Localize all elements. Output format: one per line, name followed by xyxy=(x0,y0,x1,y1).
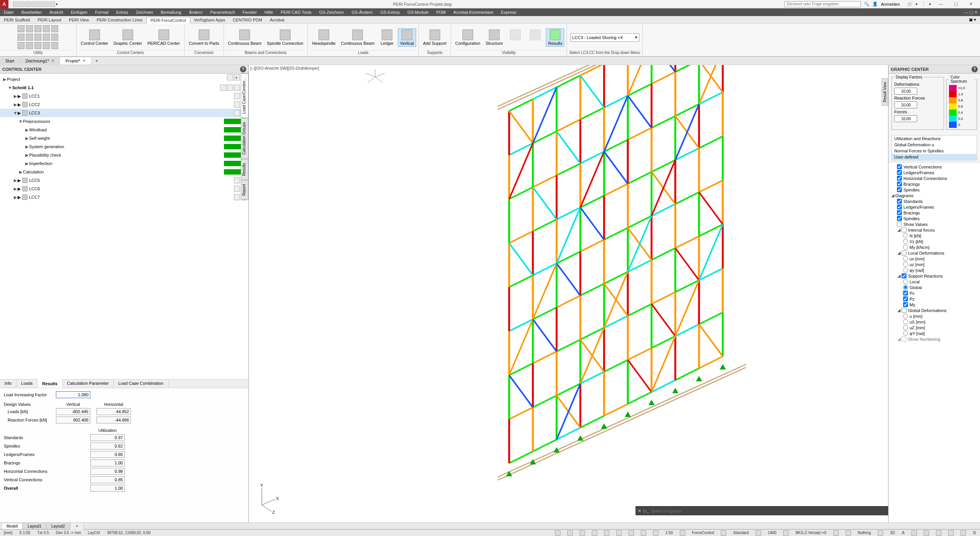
menu-bemassung[interactable]: Bemaßung xyxy=(157,10,185,15)
tree-action-icon[interactable] xyxy=(234,177,240,183)
util-icon[interactable] xyxy=(18,34,24,41)
expand-icon[interactable]: ◢ xyxy=(897,337,901,342)
result-view-side-tab[interactable]: Result View xyxy=(882,78,888,106)
deformations-input[interactable] xyxy=(894,88,917,95)
status-icon[interactable] xyxy=(653,530,658,536)
result-item-utilization[interactable]: Utilization and Reactions xyxy=(892,136,977,142)
status-icon[interactable] xyxy=(936,530,941,536)
opt-my[interactable]: My xyxy=(889,302,980,307)
status-menu-icon[interactable]: ☰ xyxy=(971,531,978,535)
result-item-user-defined[interactable]: User-defined xyxy=(892,154,977,160)
checkbox[interactable] xyxy=(897,204,902,209)
opt-global[interactable]: Global xyxy=(889,284,980,290)
util-icon[interactable] xyxy=(34,34,41,41)
annotation-icon[interactable]: A xyxy=(900,531,906,535)
util-icon[interactable] xyxy=(18,25,24,32)
filter-icon[interactable] xyxy=(846,530,851,536)
opt-u-mm[interactable]: u [mm] xyxy=(889,313,980,319)
status-bks[interactable]: BKS-Z-Versatz:+0 xyxy=(794,531,828,535)
new-doc-tab-icon[interactable]: ＋ xyxy=(91,58,102,64)
opt-phiY-rad[interactable]: φY [rad] xyxy=(889,330,980,336)
doc-tab-zeichnung1[interactable]: Zeichnung1*✕ xyxy=(20,57,60,64)
status-icon[interactable] xyxy=(756,530,761,536)
expand-icon[interactable]: ▶ xyxy=(24,136,29,141)
tab-peri-forcecontrol[interactable]: PERI ForceControl xyxy=(146,17,190,24)
tree-schnitt[interactable]: ▼Schnitt 1-1 xyxy=(0,83,248,92)
checkbox[interactable] xyxy=(897,187,902,192)
close-button[interactable]: ✕ xyxy=(964,2,978,7)
gear-icon[interactable] xyxy=(680,530,685,536)
results-button[interactable]: Results xyxy=(546,28,564,47)
tree-project[interactable]: ▶Project xyxy=(0,75,248,83)
util-icon[interactable] xyxy=(34,25,41,32)
opt-my-kncm[interactable]: My [kNcm] xyxy=(889,244,980,250)
opt-ledgers-frames2[interactable]: Ledgers/Frames xyxy=(889,204,980,210)
opt-support-reactions[interactable]: ◢Support Reactions xyxy=(889,273,980,279)
opt-standards[interactable]: Standards xyxy=(889,198,980,204)
status-icon[interactable] xyxy=(948,530,954,536)
graphic-center-button[interactable]: Graphic Center xyxy=(112,28,144,47)
status-icon[interactable] xyxy=(629,530,634,536)
tab-verfuegbare-apps[interactable]: Verfügbare Apps xyxy=(190,17,229,23)
menu-parametrisch[interactable]: Parametrisch xyxy=(206,10,239,15)
minimize-button[interactable]: — xyxy=(934,2,948,6)
util-icon[interactable] xyxy=(26,42,33,49)
expand-icon[interactable]: ▶ xyxy=(24,153,29,158)
mtab-modell[interactable]: Modell xyxy=(2,523,23,529)
btab-calc-param[interactable]: Calculation Parameter xyxy=(62,379,114,388)
opt-vz-kn[interactable]: Vz [kN] xyxy=(889,239,980,244)
opt-spindles2[interactable]: Spindles xyxy=(889,216,980,221)
menu-acrobat-kommentare[interactable]: Acrobat-Kommentare xyxy=(449,10,497,15)
tree-action-icon[interactable] xyxy=(234,93,240,99)
menu-gs-extras[interactable]: GS-Extras xyxy=(376,10,403,15)
tree-sysgen[interactable]: ▶System generation xyxy=(0,142,248,151)
tree-calculation[interactable]: ▶Calculation xyxy=(0,168,248,176)
cmd-close-icon[interactable]: ✕ xyxy=(638,508,641,513)
collapse-icon[interactable]: ◢ xyxy=(897,250,901,255)
expand-icon[interactable]: ▶ xyxy=(13,178,18,183)
tree-preprocessors[interactable]: ▼Preprocessors xyxy=(0,117,248,126)
status-forcecontrol[interactable]: ForceControl xyxy=(691,531,716,535)
collapse-icon[interactable]: ◢ xyxy=(897,227,901,232)
tree-action-icon[interactable] xyxy=(227,74,233,80)
opt-spindles[interactable]: Spindles xyxy=(889,187,980,193)
radio[interactable] xyxy=(903,319,908,324)
status-icon[interactable] xyxy=(592,530,597,536)
expand-icon[interactable]: ▶ xyxy=(18,170,23,175)
opt-uz-mm[interactable]: uz [mm] xyxy=(889,261,980,267)
qat-undo-icon[interactable] xyxy=(44,2,49,7)
ribbon-expand-icon[interactable]: ▣ ▾ xyxy=(965,17,980,22)
expand-icon[interactable]: ▶ xyxy=(2,77,7,82)
exchange-dropdown-icon[interactable]: ▾ xyxy=(916,2,918,6)
status-res[interactable]: 1400 xyxy=(766,531,778,535)
close-icon[interactable]: ✕ xyxy=(51,59,54,63)
expand-icon[interactable]: ▶ xyxy=(13,186,18,191)
side-tab-loadcase[interactable]: Load Case/Combin... xyxy=(241,74,248,118)
checkbox[interactable] xyxy=(897,199,902,204)
radio[interactable] xyxy=(903,239,908,244)
vertical-button[interactable]: Vertical xyxy=(398,28,416,47)
side-tab-results[interactable]: Results xyxy=(241,159,248,180)
status-icon[interactable] xyxy=(616,530,622,536)
radio[interactable] xyxy=(903,268,908,273)
radio[interactable] xyxy=(903,279,908,284)
app-logo[interactable]: A xyxy=(0,0,8,8)
expand-icon[interactable]: ▶ xyxy=(13,94,18,99)
menu-ansicht[interactable]: Ansicht xyxy=(46,10,67,15)
util-icon[interactable] xyxy=(43,25,50,32)
tree-action-icon[interactable] xyxy=(234,85,240,91)
tab-peri-construction-lines[interactable]: PERI Construction Lines xyxy=(93,17,146,23)
viewport-label[interactable]: [–][ISO-Ansicht SW][2D-Drahtkörper] xyxy=(250,66,319,70)
status-icon[interactable] xyxy=(878,530,883,536)
pericad-center-button[interactable]: PERICAD Center xyxy=(145,28,182,47)
status-txt[interactable]: Txt 3.5 xyxy=(36,531,51,535)
checkbox[interactable] xyxy=(897,181,902,186)
control-center-button[interactable]: Control Center xyxy=(79,28,110,47)
tree-action-icon[interactable] xyxy=(234,194,240,200)
status-scale[interactable]: S 1:50 xyxy=(18,531,32,535)
tree-lcc2[interactable]: ▶▶LCC2 xyxy=(0,100,248,109)
radio[interactable] xyxy=(903,325,908,330)
result-item-normal-forces[interactable]: Normal Forces in Spindles xyxy=(892,148,977,154)
checkbox[interactable] xyxy=(902,273,906,278)
btab-results[interactable]: Results xyxy=(38,379,62,388)
